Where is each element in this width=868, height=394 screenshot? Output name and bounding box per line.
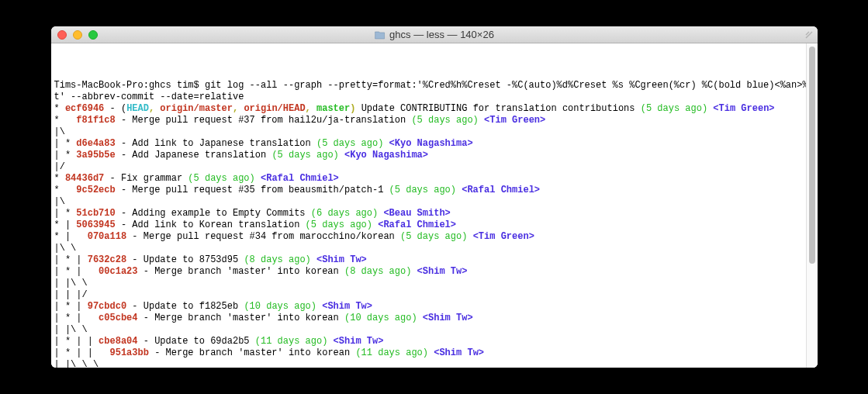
terminal-lines: Tims-MacBook-Pro:ghcs tim$ git log --all… [54,80,814,368]
minimize-button[interactable] [73,30,82,40]
close-button[interactable] [57,30,67,40]
maximize-button[interactable] [88,30,98,40]
scrollbar[interactable] [806,43,818,368]
terminal-content[interactable]: Tims-MacBook-Pro:ghcs tim$ git log --all… [51,43,818,368]
traffic-lights [57,30,98,40]
window-title-area: ghcs — less — 140×26 [374,29,494,40]
window-title: ghcs — less — 140×26 [389,29,494,40]
scroll-thumb[interactable] [809,47,815,264]
folder-icon [374,30,385,40]
resize-icon[interactable] [804,29,814,40]
titlebar[interactable]: ghcs — less — 140×26 [51,26,818,43]
terminal-window: ghcs — less — 140×26 Tims-MacBook-Pro:gh… [51,26,818,368]
